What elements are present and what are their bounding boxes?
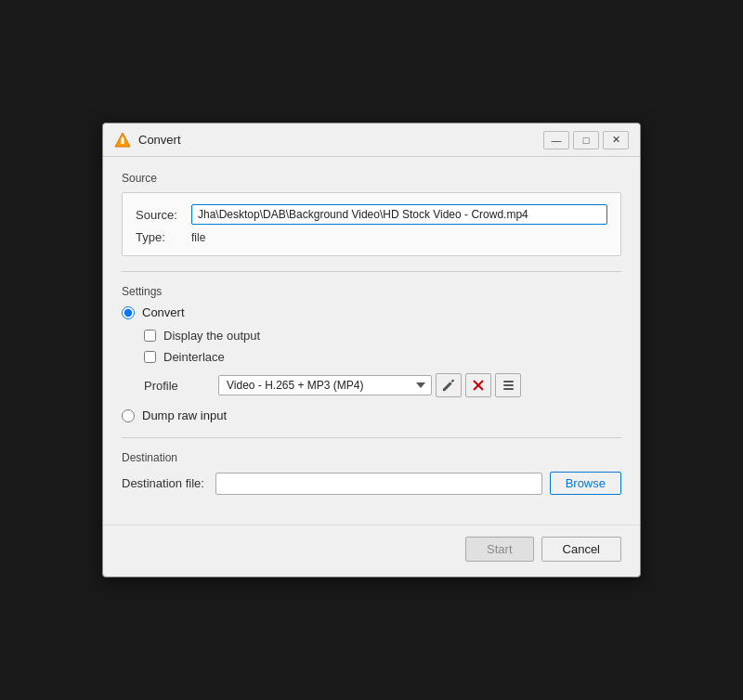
convert-radio-row: Convert [122, 305, 621, 319]
deinterlace-row: Deinterlace [144, 350, 621, 364]
destination-section: Destination file: Browse [122, 472, 621, 495]
convert-radio[interactable] [122, 306, 135, 319]
svg-rect-5 [503, 381, 514, 382]
dump-raw-radio-row: Dump raw input [122, 408, 621, 422]
source-value: Jha\Desktop\DAB\Background Video\HD Stoc… [191, 204, 607, 225]
destination-file-input[interactable] [215, 473, 542, 495]
source-row: Source: Jha\Desktop\DAB\Background Video… [136, 204, 607, 225]
svg-rect-6 [503, 384, 514, 386]
convert-radio-label[interactable]: Convert [142, 305, 185, 319]
dump-raw-label[interactable]: Dump raw input [142, 408, 227, 422]
type-row: Type: file [136, 230, 607, 244]
source-label: Source: [136, 208, 191, 222]
wrench-icon [442, 379, 455, 392]
settings-section-label: Settings [122, 285, 621, 298]
convert-window: Convert — □ ✕ Source Source: Jha\Desktop… [102, 123, 641, 577]
maximize-button[interactable]: □ [573, 131, 599, 149]
svg-point-2 [122, 136, 124, 139]
window-title: Convert [138, 133, 543, 147]
display-output-checkbox[interactable] [144, 330, 156, 342]
browse-button[interactable]: Browse [550, 472, 621, 495]
cancel-button[interactable]: Cancel [541, 537, 621, 562]
profile-label: Profile [144, 379, 218, 393]
display-output-row: Display the output [144, 329, 621, 343]
profile-list-button[interactable] [495, 373, 521, 397]
deinterlace-checkbox[interactable] [144, 351, 156, 363]
deinterlace-label[interactable]: Deinterlace [163, 350, 225, 364]
settings-section: Convert Display the output Deinterlace P… [122, 305, 621, 422]
list-icon [502, 380, 515, 391]
vlc-icon [114, 132, 131, 149]
divider-1 [122, 271, 621, 272]
profile-settings-button[interactable] [436, 373, 462, 397]
source-section: Source: Jha\Desktop\DAB\Background Video… [122, 192, 621, 256]
svg-rect-1 [122, 139, 124, 144]
dialog-content: Source Source: Jha\Desktop\DAB\Backgroun… [103, 157, 640, 525]
destination-file-row: Destination file: Browse [122, 472, 621, 495]
profile-row: Profile Video - H.265 + MP3 (MP4) Video … [144, 373, 621, 397]
delete-icon [473, 380, 484, 391]
source-section-label: Source [122, 172, 621, 185]
profile-select[interactable]: Video - H.265 + MP3 (MP4) Video - H.264 … [218, 375, 432, 395]
profile-delete-button[interactable] [465, 373, 491, 397]
minimize-button[interactable]: — [543, 131, 569, 149]
dump-raw-radio[interactable] [122, 409, 135, 422]
close-button[interactable]: ✕ [603, 131, 629, 149]
window-controls: — □ ✕ [543, 131, 629, 149]
destination-file-label: Destination file: [122, 476, 204, 490]
display-output-label[interactable]: Display the output [163, 329, 260, 343]
divider-2 [122, 437, 621, 438]
title-bar: Convert — □ ✕ [103, 123, 640, 157]
type-label: Type: [136, 230, 191, 244]
bottom-bar: Start Cancel [103, 525, 640, 577]
destination-section-label: Destination [122, 451, 621, 464]
start-button[interactable]: Start [465, 537, 533, 562]
svg-rect-7 [503, 388, 514, 390]
type-value: file [191, 231, 205, 244]
